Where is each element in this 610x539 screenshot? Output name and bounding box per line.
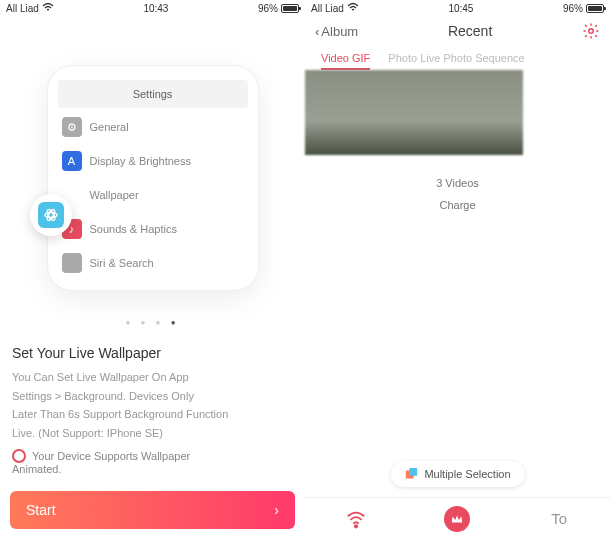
bottom-item-tools[interactable]: To [509, 510, 610, 527]
desc-line: Settings > Background. Devices Only [12, 388, 293, 405]
support-text: Your Device Supports Wallpaper [32, 450, 190, 462]
crown-icon [450, 512, 464, 526]
status-bar: All Liad 10:43 96% [0, 0, 305, 16]
clock-text: 10:43 [54, 3, 258, 14]
tab-photo[interactable]: Photo Live Photo Sequence [388, 48, 524, 70]
bottom-item-wifi[interactable] [306, 508, 407, 530]
battery-text: 96% [563, 3, 583, 14]
gear-icon [582, 22, 600, 40]
settings-row-siri: Siri & Search [58, 246, 248, 280]
wifi-icon [347, 2, 359, 14]
svg-point-7 [355, 525, 357, 527]
carrier-text: All Liad [6, 3, 39, 14]
settings-row-general: ⚙ General [58, 110, 248, 144]
screen-left: All Liad 10:43 96% Settings ⚙ General A … [0, 0, 305, 539]
siri-icon [62, 253, 82, 273]
carrier-text: All Liad [311, 3, 344, 14]
desc-line: Live. (Not Support: IPhone SE) [12, 425, 293, 442]
settings-label: Siri & Search [90, 257, 154, 269]
charge-label: Charge [305, 199, 610, 211]
screen-right: All Liad 10:45 96% ‹ Album Recent Video … [305, 0, 610, 539]
start-button[interactable]: Start › [10, 491, 295, 529]
support-row: Your Device Supports Wallpaper [12, 449, 293, 463]
status-bar: All Liad 10:45 96% [305, 0, 610, 16]
nav-bar: ‹ Album Recent [305, 16, 610, 46]
svg-point-4 [589, 29, 594, 34]
settings-button[interactable] [582, 22, 600, 40]
video-count: 3 Videos [305, 177, 610, 189]
tab-video-gif[interactable]: Video GIF [321, 48, 370, 70]
wallpaper-icon [38, 202, 64, 228]
gear-icon: ⚙ [62, 117, 82, 137]
battery-icon [281, 4, 299, 13]
settings-label: Wallpaper [90, 189, 139, 201]
tab-bar: Video GIF Photo Live Photo Sequence [305, 46, 610, 70]
desc-line: Later Than 6s Support Background Functio… [12, 406, 293, 423]
battery-icon [586, 4, 604, 13]
multiple-selection-button[interactable]: Multiple Selection [390, 461, 524, 487]
settings-header: Settings [58, 80, 248, 108]
phone-mockup: Settings ⚙ General A Display & Brightnes… [48, 66, 258, 290]
section-title: Set Your Live Wallpaper [12, 345, 293, 361]
battery-text: 96% [258, 3, 278, 14]
wifi-icon [42, 2, 54, 14]
settings-row-sounds: ♪ Sounds & Haptics [58, 212, 248, 246]
bottom-bar: To [305, 497, 610, 539]
settings-row-display: A Display & Brightness [58, 144, 248, 178]
desc-line: You Can Set Live Wallpaper On App [12, 369, 293, 386]
nav-title: Recent [358, 23, 582, 39]
crown-badge [444, 506, 470, 532]
display-icon: A [62, 151, 82, 171]
empty-area [305, 211, 610, 539]
support-text: Animated. [12, 463, 293, 475]
back-label: Album [321, 24, 358, 39]
video-thumbnail[interactable] [305, 70, 523, 155]
chevron-left-icon: ‹ [315, 24, 319, 39]
highlight-bubble [30, 194, 72, 236]
page-dots: ● ● ● ● [12, 318, 293, 327]
tool-label: To [551, 510, 567, 527]
svg-rect-6 [409, 468, 417, 476]
wifi-icon [345, 508, 367, 530]
svg-point-1 [45, 213, 57, 218]
onboarding-content: Settings ⚙ General A Display & Brightnes… [0, 16, 305, 539]
settings-label: Sounds & Haptics [90, 223, 177, 235]
status-ring-icon [12, 449, 26, 463]
settings-label: Display & Brightness [90, 155, 192, 167]
clock-text: 10:45 [359, 3, 563, 14]
settings-label: General [90, 121, 129, 133]
settings-row-wallpaper: Wallpaper [58, 178, 248, 212]
back-button[interactable]: ‹ Album [315, 24, 358, 39]
start-label: Start [26, 502, 274, 518]
multi-label: Multiple Selection [424, 468, 510, 480]
multi-select-icon [404, 467, 418, 481]
chevron-right-icon: › [274, 502, 279, 518]
bottom-item-crown[interactable] [407, 506, 508, 532]
